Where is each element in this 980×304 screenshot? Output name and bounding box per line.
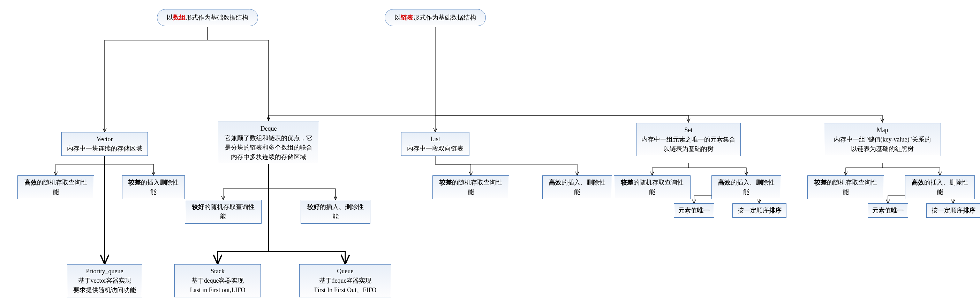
list-insert-rest: 的插入、删除性能 (562, 179, 605, 195)
deque-sub3: 内存中多块连续的存储区域 (231, 154, 306, 160)
deque-insert: 较好的插入、删除性能 (301, 200, 371, 224)
queue-node: Queue 基于deque容器实现 First In First Out、FIF… (299, 264, 391, 298)
stack-sub1: 基于deque容器实现 (191, 277, 244, 284)
root-array: 以数组形式作为基础数据结构 (157, 9, 258, 26)
map-insert: 高效的插入、删除性能 (905, 175, 975, 199)
list-insert-strong: 高效 (549, 179, 562, 186)
queue-sub1: 基于deque容器实现 (319, 277, 372, 284)
map-unique-strong: 唯一 (891, 207, 904, 214)
map-query-strong: 较差 (815, 179, 827, 186)
deque-sub2: 是分块的链表和多个数组的联合 (224, 144, 312, 151)
deque-title: Deque (261, 125, 277, 132)
set-title: Set (684, 126, 692, 133)
set-sort: 按一定顺序排序 (732, 203, 786, 218)
deque-insert-rest: 的插入、删除性能 (320, 203, 364, 220)
pq-sub2: 要求提供随机访问功能 (73, 286, 136, 293)
pq-title: Priority_queue (86, 268, 124, 275)
list-insert: 高效的插入、删除性能 (542, 175, 612, 199)
root-list-prefix: 以 (395, 14, 401, 21)
root-array-highlight: 数组 (173, 14, 186, 21)
deque-query-rest: 的随机存取查询性能 (204, 203, 255, 220)
map-sort-strong: 排序 (963, 207, 975, 214)
map-query: 较差的随机存取查询性能 (807, 175, 884, 199)
map-sub1: 内存中一组"键值(key-value)"关系的 (834, 136, 931, 143)
map-query-rest: 的随机存取查询性能 (827, 179, 877, 195)
list-title: List (430, 136, 440, 142)
stack-node: Stack 基于deque容器实现 Last in First out,LIFO (174, 264, 261, 298)
deque-node: Deque 它兼顾了数组和链表的优点，它 是分块的链表和多个数组的联合 内存中多… (218, 122, 319, 164)
map-title: Map (877, 126, 888, 133)
vector-sub: 内存中一块连续的存储区域 (67, 145, 142, 152)
deque-query-strong: 较好 (192, 203, 204, 210)
set-sub2: 以链表为基础的树 (663, 146, 714, 152)
vector-insert: 较差的插入删除性能 (122, 175, 185, 199)
set-unique-strong: 唯一 (697, 207, 710, 214)
vector-query: 高效的随机存取查询性能 (18, 175, 94, 199)
vector-title: Vector (97, 136, 113, 142)
map-insert-rest: 的插入、删除性能 (924, 179, 968, 195)
vector-node: Vector 内存中一块连续的存储区域 (61, 132, 148, 156)
root-array-prefix: 以 (167, 14, 173, 21)
set-query-rest: 的随机存取查询性能 (633, 179, 684, 195)
list-query-rest: 的随机存取查询性能 (452, 179, 502, 195)
stack-title: Stack (211, 268, 224, 275)
queue-title: Queue (337, 268, 354, 275)
stack-sub2: Last in First out,LIFO (190, 286, 245, 293)
map-node: Map 内存中一组"键值(key-value)"关系的 以链表为基础的红黑树 (824, 123, 941, 156)
set-insert-rest: 的插入、删除性能 (731, 179, 775, 195)
list-node: List 内存中一段双向链表 (401, 132, 469, 156)
root-list-highlight: 链表 (401, 14, 413, 21)
set-sort-strong: 排序 (769, 207, 781, 214)
root-list-suffix: 形式作为基础数据结构 (413, 14, 476, 21)
root-list: 以链表形式作为基础数据结构 (385, 9, 486, 26)
deque-query: 较好的随机存取查询性能 (185, 200, 262, 224)
set-insert: 高效的插入、删除性能 (711, 175, 781, 199)
set-sub1: 内存中一组元素之唯一的元素集合 (641, 136, 735, 143)
deque-insert-strong: 较好 (307, 203, 320, 210)
set-node: Set 内存中一组元素之唯一的元素集合 以链表为基础的树 (636, 123, 741, 156)
map-unique: 元素值唯一 (868, 203, 908, 218)
map-insert-strong: 高效 (912, 179, 924, 186)
map-sort: 按一定顺序排序 (926, 203, 980, 218)
set-query: 较差的随机存取查询性能 (614, 175, 690, 199)
pq-sub1: 基于vector容器实现 (78, 277, 132, 284)
vector-insert-strong: 较差 (128, 179, 141, 186)
set-sort-pre: 按一定顺序 (738, 207, 769, 214)
queue-sub2: First In First Out、FIFO (314, 286, 377, 293)
deque-sub1: 它兼顾了数组和链表的优点，它 (224, 134, 312, 141)
list-sub: 内存中一段双向链表 (407, 145, 463, 152)
list-query-strong: 较差 (439, 179, 452, 186)
vector-insert-rest: 的插入删除性能 (141, 179, 178, 195)
set-unique-pre: 元素值 (678, 207, 697, 214)
map-unique-pre: 元素值 (872, 207, 891, 214)
root-array-suffix: 形式作为基础数据结构 (186, 14, 248, 21)
map-sub2: 以链表为基础的红黑树 (851, 146, 914, 152)
vector-query-rest: 的随机存取查询性能 (37, 179, 87, 195)
vector-query-strong: 高效 (24, 179, 37, 186)
map-sort-pre: 按一定顺序 (932, 207, 963, 214)
set-query-strong: 较差 (621, 179, 633, 186)
priority-queue-node: Priority_queue 基于vector容器实现 要求提供随机访问功能 (67, 264, 142, 298)
set-unique: 元素值唯一 (674, 203, 714, 218)
set-insert-strong: 高效 (718, 179, 731, 186)
list-query: 较差的随机存取查询性能 (433, 175, 509, 199)
